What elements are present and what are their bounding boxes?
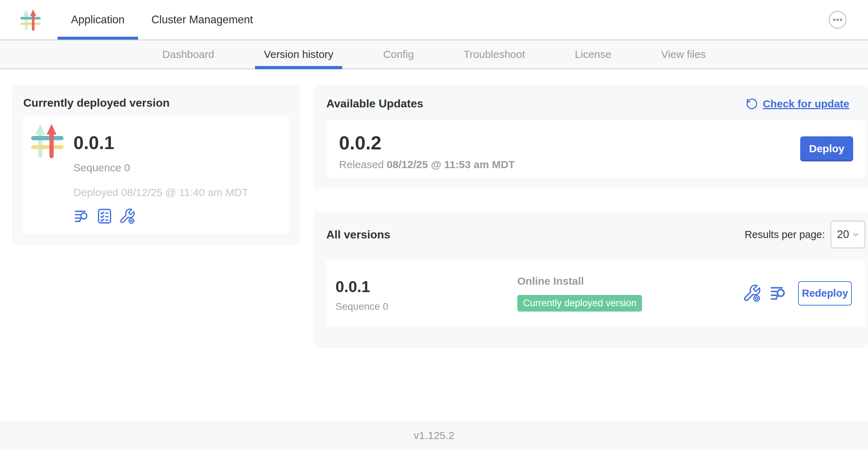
subnav-license[interactable]: License (566, 40, 620, 69)
currently-deployed-badge: Currently deployed version (517, 295, 642, 312)
results-per-page-select[interactable]: 20 (831, 221, 865, 248)
chevron-down-icon (852, 231, 860, 238)
footer: v1.125.2 (0, 421, 868, 450)
main-content: Currently deployed version 0.0.1 Sequenc… (0, 69, 868, 348)
install-type-label: Online Install (517, 275, 742, 287)
app-logo-icon (31, 124, 64, 158)
update-version-number: 0.0.2 (339, 133, 515, 152)
row-sequence: Sequence 0 (335, 301, 517, 312)
deploy-button[interactable]: Deploy (800, 136, 853, 161)
currently-deployed-card: Currently deployed version 0.0.1 Sequenc… (12, 85, 300, 245)
version-row: 0.0.1 Sequence 0 Online Install Currentl… (326, 260, 865, 327)
update-released-timestamp: Released 08/12/25 @ 11:53 am MDT (339, 159, 515, 171)
preflight-checks-icon[interactable] (96, 208, 113, 225)
check-for-update-link[interactable]: Check for update (746, 97, 849, 110)
tab-cluster-management[interactable]: Cluster Management (138, 0, 267, 40)
config-icon[interactable] (119, 208, 136, 225)
deployed-timestamp: Deployed 08/12/25 @ 11:40 am MDT (73, 186, 248, 199)
deployed-version-number: 0.0.1 (73, 134, 248, 152)
header-tabs: Application Cluster Management (58, 0, 266, 40)
overflow-menu-icon[interactable] (828, 11, 847, 29)
update-item: 0.0.2 Released 08/12/25 @ 11:53 am MDT D… (326, 120, 865, 177)
refresh-icon (746, 97, 759, 110)
all-versions-card: All versions Results per page: 20 0.0.1 … (314, 211, 868, 348)
deploy-logs-icon[interactable] (73, 208, 90, 225)
all-versions-title: All versions (326, 228, 390, 241)
redeploy-button[interactable]: Redeploy (798, 281, 852, 306)
available-updates-title: Available Updates (326, 97, 423, 110)
currently-deployed-title: Currently deployed version (23, 96, 289, 109)
config-icon[interactable] (742, 284, 761, 303)
console-version: v1.125.2 (414, 430, 454, 442)
row-version-number: 0.0.1 (335, 279, 517, 295)
app-subnav: Dashboard Version history Config Trouble… (0, 40, 868, 69)
results-per-page-label: Results per page: (745, 229, 825, 241)
deployed-sequence: Sequence 0 (73, 162, 248, 174)
top-header: Application Cluster Management (0, 0, 868, 40)
subnav-config[interactable]: Config (374, 40, 423, 69)
available-updates-card: Available Updates Check for update 0.0.2… (314, 85, 868, 189)
subnav-dashboard[interactable]: Dashboard (154, 40, 223, 69)
tab-application[interactable]: Application (58, 0, 138, 40)
deployed-version-panel: 0.0.1 Sequence 0 Deployed 08/12/25 @ 11:… (23, 117, 289, 234)
subnav-view-files[interactable]: View files (652, 40, 714, 69)
subnav-troubleshoot[interactable]: Troubleshoot (455, 40, 534, 69)
deploy-logs-icon[interactable] (769, 284, 788, 303)
subnav-version-history[interactable]: Version history (255, 40, 342, 69)
app-logo-icon (20, 8, 41, 32)
